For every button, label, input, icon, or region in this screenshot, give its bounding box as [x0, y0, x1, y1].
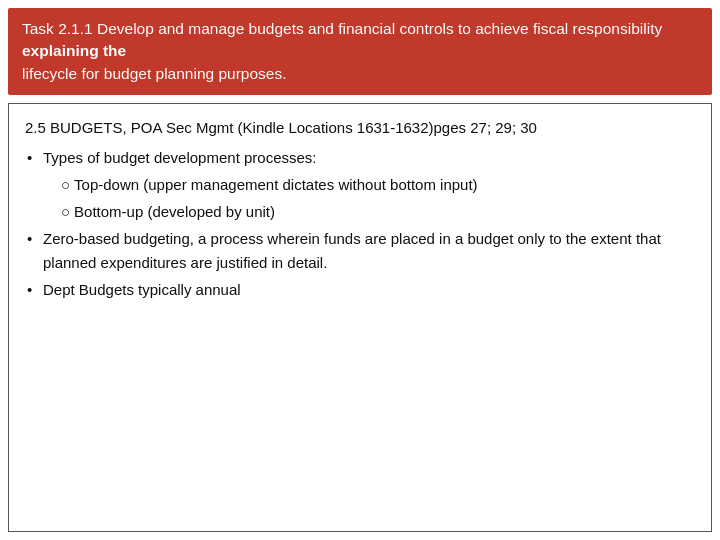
main-list: Types of budget development processes: ○… [25, 146, 695, 302]
sub-list: ○Top-down (upper management dictates wit… [43, 173, 695, 224]
section-title: 2.5 BUDGETS, POA Sec Mgmt (Kindle Locati… [25, 116, 695, 139]
list-item-2-text: Zero-based budgeting, a process wherein … [43, 230, 661, 270]
sub-item-1: ○Top-down (upper management dictates wit… [43, 173, 695, 196]
circle-icon-2: ○ [61, 200, 70, 223]
list-item-3-text: Dept Budgets typically annual [43, 281, 241, 298]
sub-item-2-text: Bottom-up (developed by unit) [74, 203, 275, 220]
header-text-part1: Task 2.1.1 Develop and manage budgets an… [22, 20, 662, 37]
header-text-part2: lifecycle for budget planning purposes. [22, 65, 287, 82]
sub-item-2: ○Bottom-up (developed by unit) [43, 200, 695, 223]
sub-item-1-text: Top-down (upper management dictates with… [74, 176, 478, 193]
list-item-3: Dept Budgets typically annual [25, 278, 695, 301]
circle-icon-1: ○ [61, 173, 70, 196]
header-text-bold: explaining the [22, 42, 126, 59]
list-item-2: Zero-based budgeting, a process wherein … [25, 227, 695, 274]
page-container: Task 2.1.1 Develop and manage budgets an… [0, 0, 720, 540]
header-box: Task 2.1.1 Develop and manage budgets an… [8, 8, 712, 95]
list-item-1: Types of budget development processes: ○… [25, 146, 695, 224]
list-item-1-label: Types of budget development processes: [43, 149, 317, 166]
content-box: 2.5 BUDGETS, POA Sec Mgmt (Kindle Locati… [8, 103, 712, 532]
